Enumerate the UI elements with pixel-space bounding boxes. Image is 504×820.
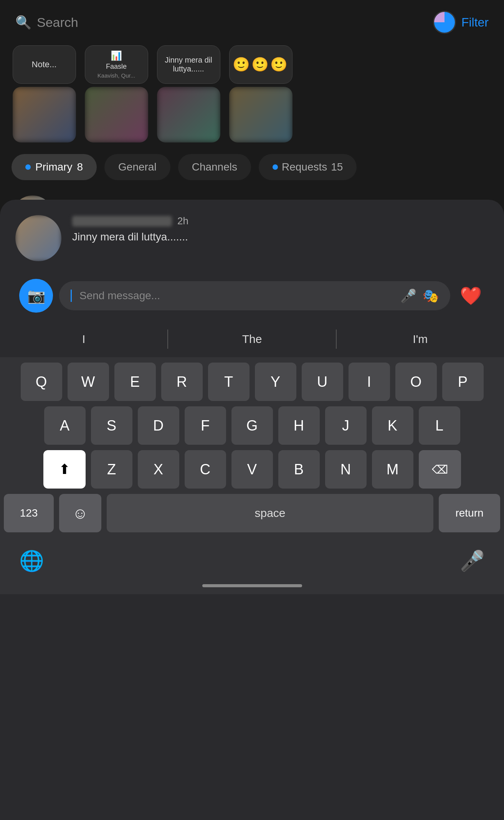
story-text-content: Jinny mera dil luttya...... (160, 56, 217, 73)
requests-tab-label: Requests (282, 161, 327, 173)
key-f[interactable]: F (185, 406, 226, 445)
globe-icon[interactable]: 🌐 (19, 549, 44, 573)
key-n[interactable]: N (325, 450, 367, 489)
story-avatar-3 (157, 87, 220, 142)
filter-tabs: Primary 8 General Channels Requests 15 (0, 150, 504, 188)
camera-input-button[interactable]: 📷 (19, 279, 53, 313)
key-r[interactable]: R (161, 363, 203, 401)
key-b[interactable]: B (278, 450, 320, 489)
story-avatar-1 (13, 87, 76, 142)
key-return[interactable]: return (439, 494, 500, 532)
suggestion-im[interactable]: I'm (337, 329, 504, 350)
story-avatar-2 (85, 87, 148, 142)
input-cursor (71, 290, 72, 302)
message-content: 2h Jinny mera dil luttya....... (72, 215, 489, 243)
message-text: Jinny mera dil luttya....... (72, 231, 489, 243)
message-input-field[interactable]: Send message... 🎤 🎭 (59, 281, 450, 310)
key-o[interactable]: O (395, 363, 437, 401)
heart-icon: ❤️ (460, 285, 482, 306)
sender-name-blurred (72, 216, 172, 227)
filter-button[interactable]: Filter (461, 15, 489, 30)
primary-tab-dot (25, 164, 31, 170)
mic-bottom-icon[interactable]: 🎤 (460, 549, 485, 573)
keyboard: I The I'm Q W E R T Y U I O P A (0, 319, 504, 820)
key-d[interactable]: D (138, 406, 179, 445)
story-item-music[interactable]: 📊 Faasle Kaavish, Qur... (84, 45, 149, 142)
search-left: 🔍 Search (15, 15, 78, 30)
search-bar: 🔍 Search Filter (0, 0, 504, 41)
key-row-3: ⬆ Z X C V B N M ⌫ (4, 450, 500, 489)
story-bubble-text: Jinny mera dil luttya...... (157, 45, 220, 84)
primary-tab-count: 8 (77, 161, 83, 173)
tab-channels[interactable]: Channels (178, 154, 251, 180)
tab-general[interactable]: General (104, 154, 170, 180)
delete-key[interactable]: ⌫ (419, 450, 461, 489)
key-emoji[interactable]: ☺ (59, 494, 101, 532)
search-input-placeholder[interactable]: Search (37, 15, 78, 30)
shift-key[interactable]: ⬆ (43, 450, 86, 489)
key-k[interactable]: K (372, 406, 413, 445)
key-row-2: A S D F G H J K L (4, 406, 500, 445)
search-icon: 🔍 (15, 15, 31, 30)
sticker-icon[interactable]: 🎭 (423, 288, 439, 303)
key-p[interactable]: P (442, 363, 484, 401)
key-s[interactable]: S (91, 406, 132, 445)
key-v[interactable]: V (231, 450, 273, 489)
key-y[interactable]: Y (255, 363, 296, 401)
story-item-text[interactable]: Jinny mera dil luttya...... (156, 45, 221, 142)
story-bubble-music: 📊 Faasle Kaavish, Qur... (85, 45, 148, 84)
key-123[interactable]: 123 (4, 494, 54, 532)
key-w[interactable]: W (68, 363, 109, 401)
music-title: Faasle (106, 63, 127, 71)
key-a[interactable]: A (44, 406, 86, 445)
story-item-emoji[interactable]: 🙂🙂🙂 (228, 45, 293, 142)
message-time: 2h (177, 215, 188, 227)
story-emoji-content: 🙂🙂🙂 (233, 56, 289, 73)
key-i[interactable]: I (349, 363, 390, 401)
key-c[interactable]: C (185, 450, 226, 489)
home-bar (202, 584, 302, 587)
primary-tab-label: Primary (35, 161, 72, 173)
conversation-modal: 2h Jinny mera dil luttya....... 📷 Send m… (0, 200, 504, 820)
mic-icon[interactable]: 🎤 (400, 288, 416, 303)
home-indicator (0, 580, 504, 594)
tab-primary[interactable]: Primary 8 (12, 154, 97, 180)
keyboard-keys: Q W E R T Y U I O P A S D F G H J K (0, 357, 504, 543)
shift-icon: ⬆ (59, 461, 70, 477)
requests-tab-dot (273, 164, 278, 170)
message-input-bar: 📷 Send message... 🎤 🎭 ❤️ (8, 273, 496, 319)
heart-button[interactable]: ❤️ (456, 282, 485, 310)
story-item-note[interactable]: Note... (12, 45, 77, 142)
key-h[interactable]: H (278, 406, 320, 445)
key-u[interactable]: U (302, 363, 343, 401)
key-x[interactable]: X (138, 450, 179, 489)
suggestion-i[interactable]: I (0, 329, 167, 350)
key-row-1: Q W E R T Y U I O P (4, 363, 500, 401)
keyboard-bottom-bar: 🌐 🎤 (0, 543, 504, 580)
key-l[interactable]: L (419, 406, 460, 445)
keyboard-suggestions: I The I'm (0, 319, 504, 357)
camera-input-icon: 📷 (27, 287, 45, 304)
story-bubble-emoji: 🙂🙂🙂 (229, 45, 292, 84)
tab-requests[interactable]: Requests 15 (259, 154, 357, 180)
story-avatar-4 (229, 87, 292, 142)
music-subtitle: Kaavish, Qur... (97, 72, 135, 79)
filter-group: Filter (433, 11, 489, 34)
message-avatar (15, 215, 61, 261)
message-preview: 2h Jinny mera dil luttya....... (0, 200, 504, 273)
key-space[interactable]: space (107, 494, 433, 532)
key-j[interactable]: J (325, 406, 367, 445)
note-label: Note... (32, 60, 57, 70)
key-t[interactable]: T (208, 363, 250, 401)
key-m[interactable]: M (372, 450, 413, 489)
message-header: 2h (72, 215, 489, 227)
key-e[interactable]: E (114, 363, 156, 401)
suggestion-the[interactable]: The (168, 329, 335, 350)
filter-logo-icon (433, 11, 456, 34)
key-q[interactable]: Q (21, 363, 62, 401)
message-placeholder: Send message... (79, 290, 394, 302)
key-z[interactable]: Z (91, 450, 132, 489)
stories-row: Note... 📊 Faasle Kaavish, Qur... Jinny m… (0, 41, 504, 150)
story-bubble-note: Note... (13, 45, 76, 84)
key-g[interactable]: G (231, 406, 273, 445)
